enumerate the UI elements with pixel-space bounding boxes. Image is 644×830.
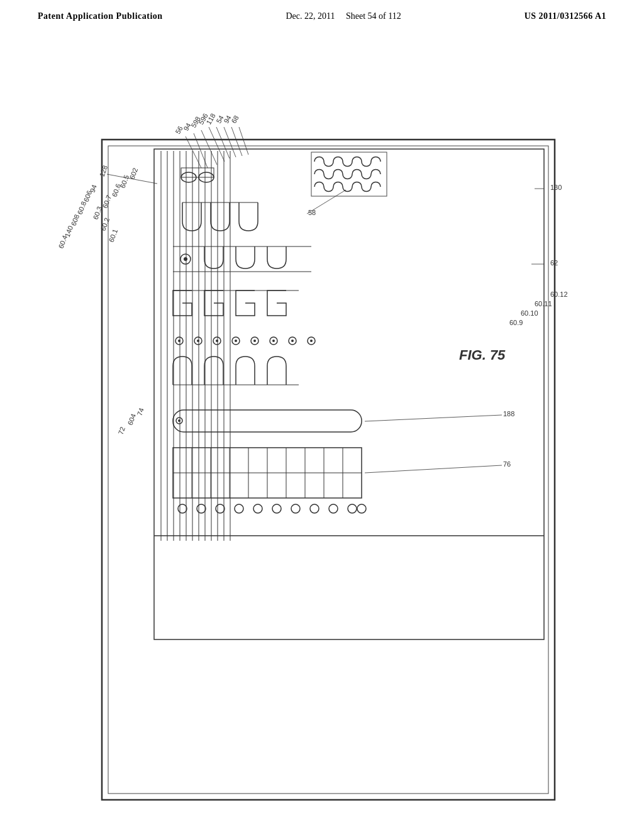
header-date-sheet: Dec. 22, 2011 Sheet 54 of 112	[286, 11, 401, 21]
svg-point-55	[357, 504, 366, 513]
svg-text:68: 68	[230, 114, 240, 124]
svg-text:606: 606	[82, 189, 94, 202]
svg-text:608: 608	[70, 213, 81, 226]
svg-rect-0	[102, 140, 555, 800]
svg-rect-1	[108, 146, 548, 794]
svg-text:60.8: 60.8	[76, 200, 88, 215]
svg-text:128: 128	[98, 164, 109, 177]
svg-point-51	[291, 504, 300, 513]
svg-text:60.1: 60.1	[108, 228, 119, 243]
svg-text:60.9: 60.9	[509, 319, 523, 326]
svg-text:60.11: 60.11	[535, 300, 552, 307]
svg-point-50	[272, 504, 281, 513]
svg-text:188: 188	[503, 410, 514, 418]
svg-rect-31	[173, 410, 362, 432]
svg-point-49	[253, 504, 262, 513]
figure-label: FIG. 75	[459, 347, 506, 363]
svg-point-27	[291, 340, 294, 342]
svg-text:76: 76	[503, 460, 511, 468]
svg-text:60.7: 60.7	[101, 194, 113, 209]
page-header: Patent Application Publication Dec. 22, …	[0, 0, 644, 26]
svg-line-113	[365, 465, 502, 473]
svg-point-46	[197, 504, 206, 513]
svg-point-54	[348, 504, 357, 513]
svg-point-10	[184, 257, 187, 261]
svg-point-23	[253, 340, 256, 342]
svg-point-53	[329, 504, 338, 513]
svg-line-111	[365, 415, 502, 421]
svg-point-21	[235, 340, 237, 342]
header-sheet: Sheet 54 of 112	[346, 11, 401, 21]
svg-point-52	[310, 504, 319, 513]
svg-text:72: 72	[117, 426, 126, 436]
svg-line-76	[216, 127, 230, 158]
svg-line-82	[239, 127, 248, 155]
svg-rect-2	[154, 149, 544, 639]
svg-line-72	[201, 130, 217, 165]
header-date: Dec. 22, 2011	[286, 11, 335, 21]
header-patent-number: US 2011/0312566 A1	[525, 11, 606, 21]
header-publication-label: Patent Application Publication	[38, 11, 163, 21]
patent-drawing-svg: 56 94 598 596 118 54 94	[0, 58, 644, 830]
svg-text:60.10: 60.10	[521, 309, 538, 317]
svg-point-47	[216, 504, 225, 513]
svg-point-29	[310, 340, 313, 342]
svg-text:602: 602	[128, 167, 140, 180]
svg-text:60.4: 60.4	[57, 234, 69, 249]
svg-text:60.12: 60.12	[550, 290, 568, 298]
page: Patent Application Publication Dec. 22, …	[0, 0, 644, 830]
svg-point-48	[235, 504, 243, 513]
svg-text:60.2: 60.2	[99, 216, 111, 231]
svg-line-70	[194, 133, 208, 168]
main-content: 56 94 598 596 118 54 94	[0, 26, 644, 819]
svg-text:74: 74	[136, 407, 145, 417]
svg-text:62: 62	[550, 259, 558, 267]
svg-point-25	[272, 340, 275, 342]
svg-point-45	[178, 504, 187, 513]
svg-text:604: 604	[126, 412, 138, 426]
svg-line-115	[307, 190, 346, 214]
svg-text:130: 130	[550, 184, 562, 191]
